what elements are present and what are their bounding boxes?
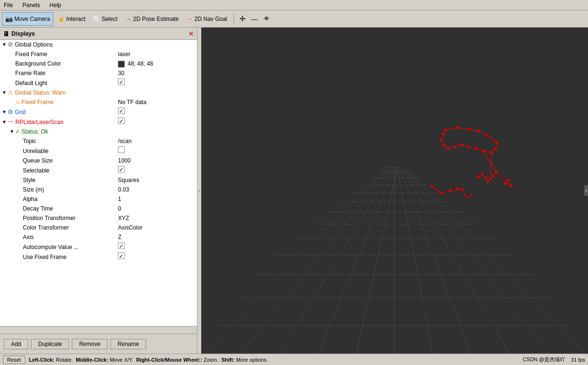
grid-label: Grid: [13, 108, 116, 116]
selectable-checkbox[interactable]: [118, 166, 125, 173]
close-button[interactable]: ✕: [188, 30, 194, 37]
rplidar-label: RPLidarLaserScan: [14, 118, 116, 126]
global-status-row[interactable]: ⚠ Global Status: Warn: [0, 88, 197, 97]
add-button[interactable]: Add: [4, 339, 28, 349]
svg-point-42: [442, 133, 444, 134]
svg-point-41: [441, 138, 442, 140]
svg-point-28: [468, 128, 470, 130]
global-status-arrow[interactable]: [2, 88, 8, 97]
status-ok-label: Status: Ok: [20, 127, 197, 136]
remove-button[interactable]: Remove: [72, 339, 108, 349]
duplicate-button[interactable]: Duplicate: [31, 339, 69, 349]
fixed-frame-label: Fixed Frame: [15, 50, 116, 58]
default-light-checkbox[interactable]: [118, 78, 125, 85]
bottom-buttons: Add Duplicate Remove Rename: [0, 334, 197, 354]
fixed-frame-warn-row[interactable]: ⚠ Fixed Frame No TF data: [0, 97, 197, 107]
svg-point-45: [485, 177, 487, 179]
3d-viewport[interactable]: ›: [201, 28, 588, 354]
autocompute-row[interactable]: Autocompute Value ...: [0, 242, 197, 252]
frame-rate-value: 30: [116, 69, 197, 77]
unreliable-checkbox[interactable]: [118, 146, 125, 153]
color-swatch: [118, 61, 125, 67]
grid-arrow[interactable]: [2, 108, 8, 116]
nav-goal-btn[interactable]: → 2D Nav Goal: [183, 12, 231, 26]
axis-label: Axis: [23, 233, 116, 241]
default-light-label: Default Light: [15, 79, 116, 87]
global-options-row[interactable]: ⚙ Global Options: [0, 40, 197, 49]
menu-panels[interactable]: Panels: [20, 1, 42, 9]
svg-point-65: [468, 197, 469, 198]
svg-point-61: [457, 187, 459, 189]
use-fixed-frame-checkbox[interactable]: [118, 252, 125, 259]
decay-row[interactable]: Decay Time 0: [0, 204, 197, 213]
right-expand-handle[interactable]: ›: [584, 185, 588, 196]
alpha-label: Alpha: [23, 195, 116, 203]
ff-warn-value: No TF data: [116, 98, 197, 106]
status-ok-row[interactable]: ✓ Status: Ok: [0, 127, 197, 136]
interact-label: Interact: [66, 16, 85, 22]
global-options-label: Global Options: [13, 40, 197, 49]
fps-display: 31 fps: [571, 357, 585, 363]
bg-color-label: Background Color: [15, 59, 116, 68]
move-camera-btn[interactable]: 📷 Move Camera: [2, 12, 53, 26]
pos-transformer-row[interactable]: Position Transformer XYZ: [0, 213, 197, 223]
watermark: CSDN @是杰瑞吖: [523, 356, 565, 363]
decay-label: Decay Time: [23, 204, 116, 213]
rplidar-enabled-checkbox[interactable]: [118, 117, 125, 124]
default-light-row[interactable]: Default Light: [0, 78, 197, 88]
tree-area[interactable]: ⚙ Global Options Fixed Frame laser Backg…: [0, 40, 197, 326]
interact-icon: ☝: [58, 16, 65, 22]
bg-color-value: 48; 48; 48: [116, 59, 197, 68]
selectable-label: Selectable: [23, 166, 116, 175]
pose-label: 2D Pose Estimate: [133, 16, 179, 22]
eye-btn[interactable]: 👁: [261, 12, 272, 26]
autocompute-checkbox[interactable]: [118, 242, 125, 249]
topic-row[interactable]: Topic /scan: [0, 136, 197, 146]
unreliable-row[interactable]: Unreliable: [0, 146, 197, 156]
select-btn[interactable]: ⬜ Select: [89, 12, 120, 26]
autocompute-label: Autocompute Value ...: [23, 243, 116, 251]
color-transformer-label: Color Transformer: [23, 223, 116, 232]
unreliable-value: [116, 146, 197, 155]
grid-enabled-checkbox[interactable]: [118, 107, 125, 114]
reset-button[interactable]: Reset: [3, 355, 25, 364]
size-label: Size (m): [23, 185, 116, 194]
autocompute-value: [116, 242, 197, 251]
global-options-arrow[interactable]: [2, 40, 8, 49]
pose-estimate-btn[interactable]: → 2D Pose Estimate: [122, 12, 182, 26]
alpha-value: 1: [116, 195, 197, 203]
use-fixed-frame-row[interactable]: Use Fixed Frame: [0, 252, 197, 262]
status-ok-arrow[interactable]: [10, 127, 15, 136]
fixed-frame-row[interactable]: Fixed Frame laser: [0, 49, 197, 59]
plus-btn[interactable]: ✛: [237, 12, 248, 26]
tree-spacer: [0, 262, 197, 300]
svg-point-35: [475, 148, 477, 150]
displays-header: 🖥 Displays ✕: [0, 28, 197, 40]
menu-file[interactable]: File: [2, 1, 15, 9]
h-scrollbar[interactable]: [0, 326, 197, 334]
size-row[interactable]: Size (m) 0.03: [0, 185, 197, 194]
svg-point-59: [441, 192, 442, 194]
frame-rate-row[interactable]: Frame Rate 30: [0, 68, 197, 78]
size-value: 0.03: [116, 185, 197, 194]
axis-row[interactable]: Axis Z: [0, 232, 197, 242]
menu-help[interactable]: Help: [48, 1, 63, 9]
rename-button[interactable]: Rename: [110, 339, 146, 349]
bg-color-row[interactable]: Background Color 48; 48; 48: [0, 59, 197, 68]
rplidar-arrow[interactable]: [2, 118, 8, 126]
alpha-row[interactable]: Alpha 1: [0, 194, 197, 204]
minus-btn[interactable]: —: [249, 12, 260, 26]
ok-icon: ✓: [15, 127, 20, 136]
panel-collapse-handle[interactable]: ‹: [197, 28, 201, 354]
interact-btn[interactable]: ☝ Interact: [54, 12, 88, 26]
queue-size-row[interactable]: Queue Size 1000: [0, 156, 197, 165]
style-row[interactable]: Style Squares: [0, 175, 197, 185]
selectable-row[interactable]: Selectable: [0, 165, 197, 175]
displays-label: Displays: [11, 30, 35, 37]
color-transformer-row[interactable]: Color Transformer AxisColor: [0, 223, 197, 232]
grid-row[interactable]: ⚙ Grid: [0, 107, 197, 117]
rplidar-row[interactable]: 〰 RPLidarLaserScan: [0, 117, 197, 127]
rplidar-checkbox: [116, 117, 197, 126]
select-label: Select: [101, 16, 117, 22]
grid-icon: ⚙: [8, 108, 13, 116]
